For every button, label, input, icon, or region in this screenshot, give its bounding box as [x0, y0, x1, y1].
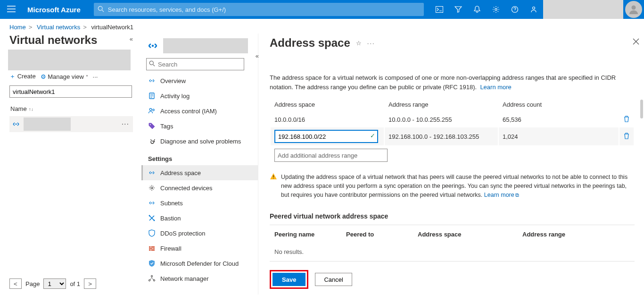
svg-point-19	[151, 202, 152, 203]
cloud-shell-icon[interactable]	[430, 0, 449, 19]
svg-point-20	[149, 215, 150, 217]
menu-tags[interactable]: Tags	[141, 118, 258, 134]
menu-address-space[interactable]: Address space	[141, 165, 258, 180]
resource-type-icon	[146, 39, 159, 52]
svg-point-13	[149, 109, 152, 111]
page-prev-button[interactable]: <	[9, 278, 22, 289]
breadcrumb-vnets[interactable]: Virtual networks	[37, 24, 80, 31]
menu-access-control[interactable]: Access control (IAM)	[141, 103, 258, 118]
th-peer-space: Address space	[414, 226, 518, 243]
global-search-input[interactable]	[94, 3, 424, 16]
svg-point-18	[151, 187, 153, 189]
add-address-input[interactable]	[274, 149, 388, 162]
address-space-table: Address space Address range Address coun…	[270, 96, 635, 165]
menu-firewall[interactable]: Firewall	[141, 241, 258, 256]
activity-log-icon	[148, 92, 156, 100]
peered-table: Peering name Peered to Address space Add…	[270, 225, 635, 261]
vnet-name-placeholder	[24, 118, 71, 131]
bastion-icon	[148, 214, 156, 222]
page-next-button[interactable]: >	[84, 278, 96, 289]
svg-point-0	[98, 6, 102, 10]
page-select[interactable]: 1	[43, 278, 66, 289]
svg-point-17	[151, 172, 152, 173]
svg-rect-22	[149, 246, 155, 251]
page-title: Address space	[270, 36, 350, 50]
list-filter-input[interactable]	[9, 85, 132, 98]
peered-empty: No results.	[271, 244, 634, 260]
filter-icon[interactable]	[449, 0, 468, 19]
menu-network-manager[interactable]: Network manager	[141, 271, 258, 286]
page-more-icon[interactable]: ···	[367, 40, 375, 47]
save-button[interactable]: Save	[272, 273, 305, 286]
svg-point-16	[154, 141, 155, 142]
menu-search-icon	[149, 60, 155, 68]
menu-diagnose[interactable]: Diagnose and solve problems	[141, 134, 258, 149]
breadcrumb: Home> Virtual networks> virtualNetwork1	[0, 19, 644, 34]
svg-point-8	[152, 45, 154, 47]
address-space-input[interactable]	[274, 130, 378, 143]
th-peer-name: Peering name	[271, 226, 341, 243]
more-commands[interactable]: ···	[93, 73, 98, 80]
row-more-icon[interactable]: ···	[122, 120, 133, 128]
warning-learn-more-link[interactable]: Learn more⧉	[484, 192, 519, 198]
brand-label: Microsoft Azure	[23, 6, 90, 14]
menu-defender[interactable]: Microsoft Defender for Cloud	[141, 256, 258, 271]
create-button[interactable]: ＋ Create	[9, 72, 36, 81]
delete-row-icon[interactable]	[619, 127, 634, 145]
scrollbar[interactable]	[640, 100, 643, 118]
svg-line-10	[153, 65, 155, 67]
menu-ddos[interactable]: DDoS protection	[141, 226, 258, 241]
manage-view-button[interactable]: ⚙ Manage view ˅	[41, 73, 88, 80]
menu-overview[interactable]: Overview	[141, 73, 258, 88]
feedback-icon[interactable]	[524, 0, 543, 19]
menu-section-settings: Settings	[141, 149, 258, 165]
firewall-icon	[148, 244, 156, 252]
menu-search-input[interactable]	[146, 58, 244, 70]
page-label: Page	[25, 280, 40, 287]
user-avatar[interactable]	[625, 1, 642, 18]
svg-line-1	[102, 10, 104, 12]
account-tenant-placeholder	[543, 0, 623, 19]
defender-icon	[148, 260, 156, 267]
menu-toggle[interactable]	[0, 6, 23, 14]
warning-text: Updating the address space of a virtual …	[281, 173, 635, 199]
notifications-icon[interactable]	[468, 0, 487, 19]
overview-icon	[148, 77, 156, 84]
network-manager-icon	[148, 275, 156, 282]
menu-bastion[interactable]: Bastion	[141, 211, 258, 226]
warning-icon	[270, 173, 277, 199]
th-peer-range: Address range	[519, 226, 634, 243]
favorite-star-icon[interactable]: ☆	[356, 40, 362, 47]
peered-section-header: Peered virtual network address space	[270, 212, 635, 220]
diagnose-icon	[148, 137, 156, 145]
menu-subnets[interactable]: Subnets	[141, 195, 258, 211]
vnet-list-item[interactable]: ···	[9, 116, 133, 132]
table-row: ✓ 192.168.100.0 - 192.168.103.255 1,024	[271, 127, 634, 145]
breadcrumb-home[interactable]: Home	[9, 24, 26, 31]
settings-icon[interactable]	[487, 0, 505, 19]
list-column-header[interactable]: Name↑↓	[9, 102, 133, 115]
close-blade-icon[interactable]	[628, 35, 644, 49]
search-icon	[98, 6, 104, 14]
collapse-list-icon[interactable]: «	[130, 35, 133, 42]
svg-point-6	[632, 6, 636, 10]
address-space-icon	[148, 169, 156, 177]
svg-point-14	[153, 109, 155, 111]
svg-rect-2	[436, 7, 443, 13]
learn-more-link[interactable]: Learn more	[480, 84, 511, 91]
page-of: of 1	[70, 280, 80, 287]
delete-row-icon[interactable]	[619, 113, 634, 126]
svg-point-15	[150, 124, 151, 125]
menu-connected-devices[interactable]: Connected devices	[141, 180, 258, 195]
access-control-icon	[148, 107, 156, 115]
menu-activity-log[interactable]: Activity log	[141, 88, 258, 103]
cancel-button[interactable]: Cancel	[315, 273, 352, 286]
resource-name-placeholder	[163, 38, 248, 53]
page-description: The address space for a virtual network …	[270, 73, 635, 92]
save-highlight: Save	[270, 270, 308, 289]
th-space: Address space	[271, 97, 384, 112]
help-icon[interactable]	[505, 0, 524, 19]
table-row: 10.0.0.0/16 10.0.0.0 - 10.0.255.255 65,5…	[271, 113, 634, 126]
external-link-icon: ⧉	[515, 192, 519, 198]
table-row-add	[271, 146, 634, 164]
